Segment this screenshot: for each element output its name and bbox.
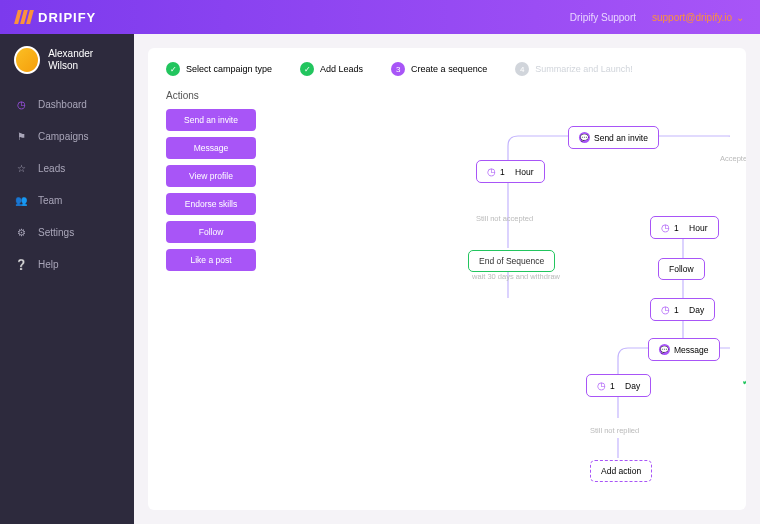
action-follow[interactable]: Follow xyxy=(166,221,256,243)
topbar: DRIPIFY Dripify Support support@dripify.… xyxy=(0,0,760,34)
gear-icon: ⚙ xyxy=(14,225,28,239)
help-icon: ❔ xyxy=(14,257,28,271)
check-icon: ✔ xyxy=(742,376,746,387)
sidebar-item-dashboard[interactable]: ◷Dashboard xyxy=(0,88,134,120)
sidebar-item-help[interactable]: ❔Help xyxy=(0,248,134,280)
sidebar-item-label: Help xyxy=(38,259,59,270)
step-label: Summarize and Launch! xyxy=(535,64,633,74)
node-label: Send an invite xyxy=(594,133,648,143)
logo: DRIPIFY xyxy=(16,10,96,25)
sidebar-item-team[interactable]: 👥Team xyxy=(0,184,134,216)
clock-icon: ◷ xyxy=(597,380,606,391)
branch-not-accepted-label: Still not accepted xyxy=(476,214,533,223)
chat-icon: 💬 xyxy=(659,344,670,355)
step-label: Create a sequence xyxy=(411,64,487,74)
action-send-invite[interactable]: Send an invite xyxy=(166,109,256,131)
delay-unit: Hour xyxy=(689,223,707,233)
actions-title: Actions xyxy=(166,90,728,101)
sidebar-item-leads[interactable]: ☆Leads xyxy=(0,152,134,184)
card: ✓Select campaign type ✓Add Leads 3Create… xyxy=(148,48,746,510)
sidebar-item-campaigns[interactable]: ⚑Campaigns xyxy=(0,120,134,152)
step-2[interactable]: ✓Add Leads xyxy=(300,62,363,76)
step-number: 3 xyxy=(391,62,405,76)
delay-value: 1 xyxy=(500,167,505,177)
sidebar-item-label: Leads xyxy=(38,163,65,174)
action-view-profile[interactable]: View profile xyxy=(166,165,256,187)
step-4[interactable]: 4Summarize and Launch! xyxy=(515,62,633,76)
clock-icon: ◷ xyxy=(14,97,28,111)
node-message[interactable]: 💬Message xyxy=(648,338,720,361)
people-icon: 👥 xyxy=(14,193,28,207)
stepper: ✓Select campaign type ✓Add Leads 3Create… xyxy=(166,62,728,76)
logo-icon xyxy=(16,10,32,24)
support-email-link[interactable]: support@dripify.io ⌄ xyxy=(652,12,744,23)
sidebar: Alexander Wilson ◷Dashboard ⚑Campaigns ☆… xyxy=(0,34,134,524)
sidebar-item-label: Campaigns xyxy=(38,131,89,142)
chevron-down-icon: ⌄ xyxy=(736,12,744,23)
step-number: 4 xyxy=(515,62,529,76)
chat-icon: 💬 xyxy=(579,132,590,143)
delay-value: 1 xyxy=(674,305,679,315)
node-delay-1-hour-right[interactable]: ◷1 Hour xyxy=(650,216,719,239)
action-message[interactable]: Message xyxy=(166,137,256,159)
step-1[interactable]: ✓Select campaign type xyxy=(166,62,272,76)
support-link[interactable]: Dripify Support xyxy=(570,12,636,23)
branch-user-replied-label: ✔User Replied xyxy=(742,376,746,387)
step-label: Add Leads xyxy=(320,64,363,74)
node-delay-1-hour-left[interactable]: ◷1 Hour xyxy=(476,160,545,183)
sidebar-item-label: Dashboard xyxy=(38,99,87,110)
node-send-invite[interactable]: 💬Send an invite xyxy=(568,126,659,149)
sidebar-item-label: Settings xyxy=(38,227,74,238)
avatar xyxy=(14,46,40,74)
username: Alexander Wilson xyxy=(48,48,120,72)
star-icon: ☆ xyxy=(14,161,28,175)
action-like-post[interactable]: Like a post xyxy=(166,249,256,271)
step-3[interactable]: 3Create a sequence xyxy=(391,62,487,76)
node-add-action[interactable]: Add action xyxy=(590,460,652,482)
delay-unit: Day xyxy=(689,305,704,315)
node-end-of-sequence[interactable]: End of Sequence xyxy=(468,250,555,272)
step-label: Select campaign type xyxy=(186,64,272,74)
delay-unit: Day xyxy=(625,381,640,391)
support-email-text: support@dripify.io xyxy=(652,12,732,23)
actions-palette: Send an invite Message View profile Endo… xyxy=(166,109,256,271)
clock-icon: ◷ xyxy=(487,166,496,177)
flag-icon: ⚑ xyxy=(14,129,28,143)
node-follow[interactable]: Follow xyxy=(658,258,705,280)
delay-value: 1 xyxy=(610,381,615,391)
sidebar-item-label: Team xyxy=(38,195,62,206)
delay-unit: Hour xyxy=(515,167,533,177)
clock-icon: ◷ xyxy=(661,304,670,315)
branch-accepted-label: Accepted xyxy=(720,154,746,163)
clock-icon: ◷ xyxy=(661,222,670,233)
check-icon: ✓ xyxy=(300,62,314,76)
node-label: Add action xyxy=(601,466,641,476)
end-subtext: wait 30 days and withdraw xyxy=(472,272,560,281)
node-label: Follow xyxy=(669,264,694,274)
node-delay-1-day-2[interactable]: ◷1 Day xyxy=(586,374,651,397)
sidebar-item-settings[interactable]: ⚙Settings xyxy=(0,216,134,248)
main: ✓Select campaign type ✓Add Leads 3Create… xyxy=(134,34,760,524)
sequence-canvas: 💬Send an invite ◷1 Hour Accepted ◷1 Hour… xyxy=(328,108,730,510)
brand-text: DRIPIFY xyxy=(38,10,96,25)
node-label: End of Sequence xyxy=(479,256,544,266)
node-label: Message xyxy=(674,345,709,355)
check-icon: ✓ xyxy=(166,62,180,76)
delay-value: 1 xyxy=(674,223,679,233)
profile[interactable]: Alexander Wilson xyxy=(0,46,134,88)
action-endorse-skills[interactable]: Endorse skills xyxy=(166,193,256,215)
branch-not-replied-label: Still not replied xyxy=(590,426,639,435)
node-delay-1-day[interactable]: ◷1 Day xyxy=(650,298,715,321)
